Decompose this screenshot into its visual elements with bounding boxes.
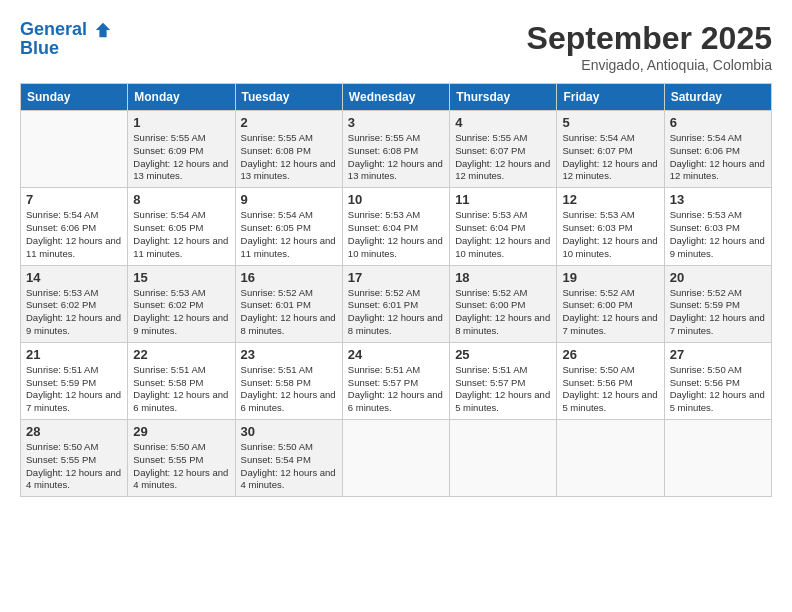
calendar-cell: 29Sunrise: 5:50 AMSunset: 5:55 PMDayligh… <box>128 420 235 497</box>
day-number: 1 <box>133 115 229 130</box>
day-info: Sunrise: 5:50 AMSunset: 5:56 PMDaylight:… <box>670 364 766 415</box>
day-header-thursday: Thursday <box>450 84 557 111</box>
day-number: 24 <box>348 347 444 362</box>
day-number: 30 <box>241 424 337 439</box>
day-number: 10 <box>348 192 444 207</box>
day-info: Sunrise: 5:54 AMSunset: 6:06 PMDaylight:… <box>26 209 122 260</box>
day-number: 29 <box>133 424 229 439</box>
day-number: 17 <box>348 270 444 285</box>
day-number: 20 <box>670 270 766 285</box>
day-info: Sunrise: 5:53 AMSunset: 6:02 PMDaylight:… <box>26 287 122 338</box>
day-number: 23 <box>241 347 337 362</box>
day-number: 9 <box>241 192 337 207</box>
day-number: 3 <box>348 115 444 130</box>
day-info: Sunrise: 5:52 AMSunset: 6:00 PMDaylight:… <box>455 287 551 338</box>
calendar-cell: 1Sunrise: 5:55 AMSunset: 6:09 PMDaylight… <box>128 111 235 188</box>
calendar-cell: 3Sunrise: 5:55 AMSunset: 6:08 PMDaylight… <box>342 111 449 188</box>
day-info: Sunrise: 5:54 AMSunset: 6:07 PMDaylight:… <box>562 132 658 183</box>
day-header-friday: Friday <box>557 84 664 111</box>
calendar-cell: 4Sunrise: 5:55 AMSunset: 6:07 PMDaylight… <box>450 111 557 188</box>
day-number: 28 <box>26 424 122 439</box>
week-row-0: 1Sunrise: 5:55 AMSunset: 6:09 PMDaylight… <box>21 111 772 188</box>
calendar-cell: 15Sunrise: 5:53 AMSunset: 6:02 PMDayligh… <box>128 265 235 342</box>
calendar-cell: 25Sunrise: 5:51 AMSunset: 5:57 PMDayligh… <box>450 342 557 419</box>
day-number: 21 <box>26 347 122 362</box>
day-info: Sunrise: 5:53 AMSunset: 6:02 PMDaylight:… <box>133 287 229 338</box>
day-info: Sunrise: 5:50 AMSunset: 5:56 PMDaylight:… <box>562 364 658 415</box>
day-number: 22 <box>133 347 229 362</box>
day-info: Sunrise: 5:55 AMSunset: 6:07 PMDaylight:… <box>455 132 551 183</box>
day-info: Sunrise: 5:55 AMSunset: 6:08 PMDaylight:… <box>241 132 337 183</box>
logo-text: General <box>20 20 112 40</box>
calendar-cell: 27Sunrise: 5:50 AMSunset: 5:56 PMDayligh… <box>664 342 771 419</box>
calendar-cell: 18Sunrise: 5:52 AMSunset: 6:00 PMDayligh… <box>450 265 557 342</box>
day-number: 6 <box>670 115 766 130</box>
calendar-cell <box>664 420 771 497</box>
day-number: 5 <box>562 115 658 130</box>
day-info: Sunrise: 5:54 AMSunset: 6:05 PMDaylight:… <box>133 209 229 260</box>
day-number: 7 <box>26 192 122 207</box>
day-number: 2 <box>241 115 337 130</box>
calendar-cell: 21Sunrise: 5:51 AMSunset: 5:59 PMDayligh… <box>21 342 128 419</box>
calendar-cell: 11Sunrise: 5:53 AMSunset: 6:04 PMDayligh… <box>450 188 557 265</box>
logo: General Blue <box>20 20 112 59</box>
logo-line2: Blue <box>20 38 112 59</box>
calendar-cell: 24Sunrise: 5:51 AMSunset: 5:57 PMDayligh… <box>342 342 449 419</box>
day-header-sunday: Sunday <box>21 84 128 111</box>
day-number: 16 <box>241 270 337 285</box>
day-header-monday: Monday <box>128 84 235 111</box>
day-header-row: SundayMondayTuesdayWednesdayThursdayFrid… <box>21 84 772 111</box>
calendar-cell <box>21 111 128 188</box>
day-number: 18 <box>455 270 551 285</box>
calendar-cell <box>342 420 449 497</box>
day-number: 25 <box>455 347 551 362</box>
day-number: 8 <box>133 192 229 207</box>
calendar-cell: 8Sunrise: 5:54 AMSunset: 6:05 PMDaylight… <box>128 188 235 265</box>
calendar-cell: 9Sunrise: 5:54 AMSunset: 6:05 PMDaylight… <box>235 188 342 265</box>
day-header-tuesday: Tuesday <box>235 84 342 111</box>
day-info: Sunrise: 5:52 AMSunset: 6:01 PMDaylight:… <box>348 287 444 338</box>
day-info: Sunrise: 5:54 AMSunset: 6:05 PMDaylight:… <box>241 209 337 260</box>
week-row-2: 14Sunrise: 5:53 AMSunset: 6:02 PMDayligh… <box>21 265 772 342</box>
day-info: Sunrise: 5:53 AMSunset: 6:03 PMDaylight:… <box>670 209 766 260</box>
calendar-cell: 12Sunrise: 5:53 AMSunset: 6:03 PMDayligh… <box>557 188 664 265</box>
day-info: Sunrise: 5:52 AMSunset: 6:01 PMDaylight:… <box>241 287 337 338</box>
week-row-4: 28Sunrise: 5:50 AMSunset: 5:55 PMDayligh… <box>21 420 772 497</box>
day-number: 11 <box>455 192 551 207</box>
day-info: Sunrise: 5:50 AMSunset: 5:55 PMDaylight:… <box>26 441 122 492</box>
calendar-cell: 13Sunrise: 5:53 AMSunset: 6:03 PMDayligh… <box>664 188 771 265</box>
calendar-cell: 30Sunrise: 5:50 AMSunset: 5:54 PMDayligh… <box>235 420 342 497</box>
day-info: Sunrise: 5:54 AMSunset: 6:06 PMDaylight:… <box>670 132 766 183</box>
day-info: Sunrise: 5:53 AMSunset: 6:04 PMDaylight:… <box>455 209 551 260</box>
day-info: Sunrise: 5:53 AMSunset: 6:03 PMDaylight:… <box>562 209 658 260</box>
calendar-cell: 7Sunrise: 5:54 AMSunset: 6:06 PMDaylight… <box>21 188 128 265</box>
calendar-cell: 20Sunrise: 5:52 AMSunset: 5:59 PMDayligh… <box>664 265 771 342</box>
title-section: September 2025 Envigado, Antioquia, Colo… <box>527 20 772 73</box>
calendar-cell: 2Sunrise: 5:55 AMSunset: 6:08 PMDaylight… <box>235 111 342 188</box>
calendar-cell: 5Sunrise: 5:54 AMSunset: 6:07 PMDaylight… <box>557 111 664 188</box>
day-number: 19 <box>562 270 658 285</box>
calendar-cell: 17Sunrise: 5:52 AMSunset: 6:01 PMDayligh… <box>342 265 449 342</box>
day-number: 13 <box>670 192 766 207</box>
calendar-cell: 28Sunrise: 5:50 AMSunset: 5:55 PMDayligh… <box>21 420 128 497</box>
day-info: Sunrise: 5:51 AMSunset: 5:58 PMDaylight:… <box>241 364 337 415</box>
calendar-cell: 6Sunrise: 5:54 AMSunset: 6:06 PMDaylight… <box>664 111 771 188</box>
calendar-cell <box>557 420 664 497</box>
day-number: 12 <box>562 192 658 207</box>
month-title: September 2025 <box>527 20 772 57</box>
calendar-cell <box>450 420 557 497</box>
day-number: 26 <box>562 347 658 362</box>
day-info: Sunrise: 5:51 AMSunset: 5:59 PMDaylight:… <box>26 364 122 415</box>
svg-marker-0 <box>96 23 110 37</box>
week-row-1: 7Sunrise: 5:54 AMSunset: 6:06 PMDaylight… <box>21 188 772 265</box>
subtitle: Envigado, Antioquia, Colombia <box>527 57 772 73</box>
day-info: Sunrise: 5:55 AMSunset: 6:09 PMDaylight:… <box>133 132 229 183</box>
day-info: Sunrise: 5:51 AMSunset: 5:57 PMDaylight:… <box>348 364 444 415</box>
calendar-cell: 19Sunrise: 5:52 AMSunset: 6:00 PMDayligh… <box>557 265 664 342</box>
calendar-cell: 23Sunrise: 5:51 AMSunset: 5:58 PMDayligh… <box>235 342 342 419</box>
day-info: Sunrise: 5:53 AMSunset: 6:04 PMDaylight:… <box>348 209 444 260</box>
day-number: 4 <box>455 115 551 130</box>
day-number: 14 <box>26 270 122 285</box>
calendar-cell: 26Sunrise: 5:50 AMSunset: 5:56 PMDayligh… <box>557 342 664 419</box>
day-info: Sunrise: 5:52 AMSunset: 6:00 PMDaylight:… <box>562 287 658 338</box>
